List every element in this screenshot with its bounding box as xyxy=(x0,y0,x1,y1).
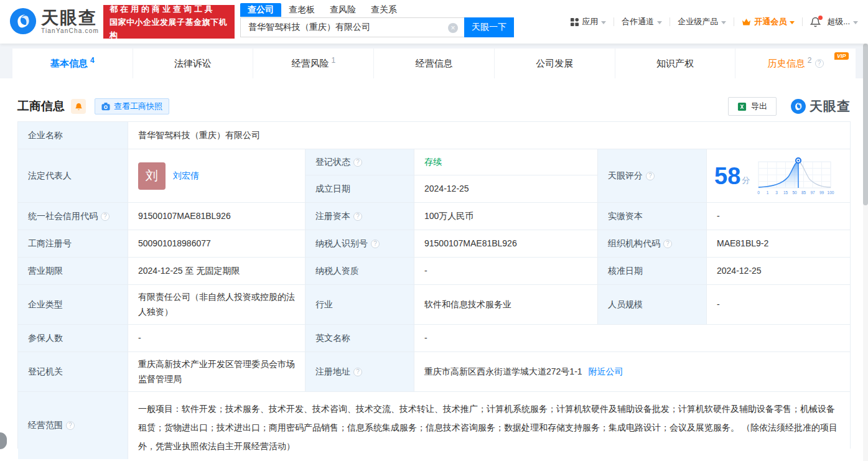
tab-basic-info-label: 基本信息 xyxy=(50,58,88,70)
logo-text: 天眼查 TianYanCha.com xyxy=(41,9,99,34)
tianyancha-logo[interactable]: 天眼查 TianYanCha.com xyxy=(9,7,99,35)
nav-divider xyxy=(670,17,670,26)
nav-cooperation[interactable]: 合作通道 xyxy=(622,16,662,27)
monitor-bell-button[interactable] xyxy=(71,99,86,114)
value-reg-number: 500901018986077 xyxy=(128,230,306,258)
legal-rep-link[interactable]: 刘宏倩 xyxy=(173,169,199,183)
label-approval-date: 核准日期 xyxy=(598,258,707,285)
help-icon[interactable] xyxy=(101,212,110,221)
view-snapshot-button[interactable]: 查看工商快照 xyxy=(95,98,169,114)
value-approval-date: 2024-12-25 xyxy=(707,258,850,285)
help-icon[interactable] xyxy=(646,172,655,180)
svg-text:85: 85 xyxy=(801,190,806,195)
svg-text:1: 1 xyxy=(767,190,769,195)
nav-user-menu[interactable]: 超级... xyxy=(827,16,858,27)
value-staff-size: - xyxy=(707,285,850,325)
tab-operation-risk[interactable]: 经营风险 1 xyxy=(253,49,373,78)
label-credit-code: 统一社会信用代码 xyxy=(18,203,128,230)
tab-basic-info[interactable]: 基本信息 4 xyxy=(12,49,133,78)
value-taxpayer-quality: - xyxy=(414,258,598,285)
label-reg-authority: 登记机关 xyxy=(18,352,128,392)
value-english-name: - xyxy=(414,325,850,352)
label-reg-status: 登记状态 xyxy=(306,149,414,175)
help-icon[interactable] xyxy=(66,421,75,430)
help-icon[interactable] xyxy=(371,240,380,248)
top-header: 天眼查 TianYanCha.com 都在用的商业查询工具 国家中小企业发展子基… xyxy=(0,0,868,44)
apps-grid-icon xyxy=(571,18,579,26)
value-company-name: 普华智驾科技（重庆）有限公司 xyxy=(128,122,850,149)
help-icon[interactable] xyxy=(353,212,362,221)
value-business-term: 2024-12-25 至 无固定期限 xyxy=(128,258,306,285)
value-paid-capital: - xyxy=(707,203,850,230)
tab-company-development[interactable]: 公司发展 xyxy=(494,49,615,78)
label-staff-size: 人员规模 xyxy=(598,285,707,325)
search-input[interactable] xyxy=(241,18,464,37)
value-reg-status: 存续 xyxy=(414,149,598,175)
tianyancha-logo-icon xyxy=(9,7,37,35)
excel-icon xyxy=(737,102,747,111)
notifications-button[interactable] xyxy=(810,17,821,27)
svg-text:3: 3 xyxy=(775,190,778,195)
chevron-down-icon xyxy=(657,21,662,24)
search-button[interactable]: 天眼一下 xyxy=(464,17,514,37)
view-snapshot-label: 查看工商快照 xyxy=(114,101,162,112)
section-head-right: 导出 天眼查 xyxy=(728,97,851,116)
camera-icon xyxy=(101,103,110,111)
floating-widget-handle[interactable] xyxy=(0,432,7,449)
tab-business-info-label: 经营信息 xyxy=(416,58,453,70)
search-tab-relation[interactable]: 查关系 xyxy=(363,3,404,17)
chevron-down-icon xyxy=(790,21,795,24)
help-icon[interactable] xyxy=(353,158,362,167)
tab-business-info[interactable]: 经营信息 xyxy=(373,49,494,78)
clear-search-icon[interactable] xyxy=(448,23,458,33)
tab-legal-cases-label: 法律诉讼 xyxy=(174,58,212,70)
help-icon[interactable] xyxy=(353,368,362,376)
nav-open-vip[interactable]: 开通会员 xyxy=(742,16,795,27)
help-icon[interactable] xyxy=(815,59,824,68)
nav-apps-label: 应用 xyxy=(582,16,598,27)
tab-intellectual-property[interactable]: 知识产权 xyxy=(615,49,735,78)
tab-legal-cases[interactable]: 法律诉讼 xyxy=(133,49,253,78)
search-tab-company[interactable]: 查公司 xyxy=(240,3,281,17)
svg-text:100: 100 xyxy=(828,190,834,195)
search-tab-boss[interactable]: 查老板 xyxy=(281,3,322,17)
export-label: 导出 xyxy=(751,101,767,112)
legal-rep-avatar[interactable]: 刘 xyxy=(138,162,166,190)
nav-user-label: 超级... xyxy=(827,16,850,27)
tab-count: 1 xyxy=(331,56,335,65)
export-button[interactable]: 导出 xyxy=(728,97,777,116)
search-tabs: 查公司 查老板 查风险 查关系 xyxy=(240,2,514,17)
label-org-code: 组织机构代码 xyxy=(598,230,707,258)
business-registration-header: 工商信息 查看工商快照 导出 天眼查 xyxy=(17,96,851,117)
nav-open-vip-label: 开通会员 xyxy=(754,16,786,27)
tab-operation-risk-label: 经营风险 xyxy=(291,58,329,70)
label-company-type: 企业类型 xyxy=(18,285,128,325)
svg-text:50: 50 xyxy=(793,190,798,195)
nearby-companies-link[interactable]: 附近公司 xyxy=(589,365,623,379)
value-industry: 软件和信息技术服务业 xyxy=(414,285,598,325)
nav-enterprise-products[interactable]: 企业级产品 xyxy=(678,16,726,27)
label-paid-capital: 实缴资本 xyxy=(598,203,707,230)
label-legal-rep: 法定代表人 xyxy=(18,149,128,203)
vip-badge: VIP xyxy=(834,52,849,60)
value-org-code: MAE81BL9-2 xyxy=(707,230,850,258)
watermark-text: 天眼查 xyxy=(810,98,851,115)
nav-apps[interactable]: 应用 xyxy=(571,16,606,27)
bell-icon xyxy=(75,103,83,111)
label-company-name: 企业名称 xyxy=(18,122,128,149)
svg-text:99: 99 xyxy=(819,190,824,195)
slogan-line2: 国家中小企业发展子基金旗下机构 xyxy=(110,16,228,42)
chevron-down-icon xyxy=(853,21,858,24)
tab-history-info[interactable]: VIP 历史信息 2 xyxy=(735,49,856,78)
company-detail-tabs: 基本信息 4 法律诉讼 经营风险 1 经营信息 公司发展 知识产权 VIP 历史… xyxy=(12,49,856,78)
label-taxpayer-quality: 纳税人资质 xyxy=(306,258,414,285)
help-icon[interactable] xyxy=(663,240,672,248)
top-nav: 应用 合作通道 企业级产品 开通会员 xyxy=(571,16,858,27)
brand-domain: TianYanCha.com xyxy=(41,27,99,34)
value-legal-rep: 刘 刘宏倩 xyxy=(128,149,306,203)
business-registration-table: 企业名称 普华智驾科技（重庆）有限公司 法定代表人 刘 刘宏倩 登记状态 存续 … xyxy=(17,121,851,449)
svg-text:0: 0 xyxy=(757,190,760,195)
tab-company-development-label: 公司发展 xyxy=(536,58,573,70)
scrollbar-thumb[interactable] xyxy=(863,44,868,205)
search-tab-risk[interactable]: 查风险 xyxy=(322,3,363,17)
